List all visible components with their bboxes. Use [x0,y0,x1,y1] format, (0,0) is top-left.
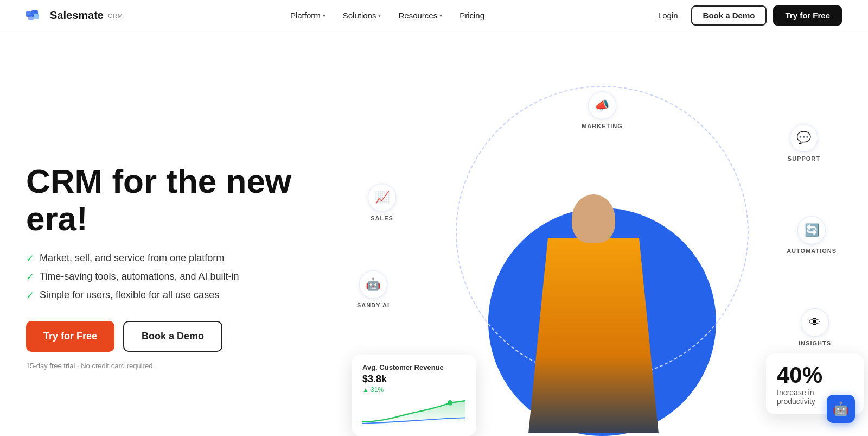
try-free-button-hero[interactable]: Try for Free [26,321,114,352]
revenue-value: $3.8k [362,374,465,385]
nav-solutions[interactable]: Solutions ▾ [343,11,381,20]
person-body [528,238,659,433]
feature-node-marketing: 📣 MARKETING [582,91,623,129]
hero-title: CRM for the new era! [26,163,341,237]
sales-icon: 📈 [368,184,396,212]
logo-text: Salesmate [50,9,104,22]
revenue-chart [362,398,465,425]
check-icon-1: ✓ [26,252,34,264]
hero-section: CRM for the new era! ✓ Market, sell, and… [0,31,868,436]
hero-features: ✓ Market, sell, and service from one pla… [26,252,341,301]
logo-crm: CRM [108,12,123,19]
productivity-percent: 40% [777,362,853,388]
try-free-button-nav[interactable]: Try for Free [773,5,842,26]
feature-node-support: 💬 SUPPORT [788,124,820,162]
nav-links: Platform ▾ Solutions ▾ Resources ▾ Prici… [290,11,484,20]
revenue-title: Avg. Customer Revenue [362,363,465,371]
feature-node-automations-label: AUTOMATIONS [787,248,837,254]
insights-icon: 👁 [801,308,829,337]
navbar: Salesmate CRM Platform ▾ Solutions ▾ Res… [0,0,868,31]
svg-point-4 [448,400,453,406]
book-demo-button-hero[interactable]: Book a Demo [123,321,222,352]
support-icon: 💬 [790,124,818,152]
chat-widget-icon: 🤖 [833,401,849,416]
nav-pricing[interactable]: Pricing [459,11,484,20]
feature-node-sales: 📈 SALES [368,184,396,222]
automations-icon: 🔄 [797,216,826,244]
feature-node-automations: 🔄 AUTOMATIONS [787,216,837,254]
svg-rect-3 [34,14,39,19]
feature-item-3: ✓ Simple for users, flexible for all use… [26,289,341,301]
check-icon-3: ✓ [26,289,34,301]
marketing-icon: 📣 [588,91,616,119]
nav-actions: Login Book a Demo Try for Free [652,5,842,26]
nav-platform[interactable]: Platform ▾ [290,11,326,20]
check-icon-2: ✓ [26,271,34,283]
feature-node-sales-label: SALES [371,215,393,222]
stat-card-revenue: Avg. Customer Revenue $3.8k ▲ 31% [352,355,476,436]
login-button[interactable]: Login [652,7,685,24]
chat-widget[interactable]: 🤖 [827,395,855,423]
hero-left: CRM for the new era! ✓ Market, sell, and… [26,163,341,369]
person-head [572,194,615,243]
feature-node-sandy-ai: 🤖 SANDY AI [357,270,390,308]
sandy-ai-icon: 🤖 [359,270,387,299]
feature-node-support-label: SUPPORT [788,155,820,162]
feature-node-marketing-label: MARKETING [582,123,623,129]
hero-right: 📣 MARKETING 💬 SUPPORT 📈 SALES 🔄 AUTOMATI… [362,64,842,436]
feature-node-insights: 👁 INSIGHTS [799,308,831,346]
feature-item-1: ✓ Market, sell, and service from one pla… [26,252,341,264]
hero-note: 15-day free trial · No credit card requi… [26,362,341,370]
feature-item-2: ✓ Time-saving tools, automations, and AI… [26,271,341,283]
chevron-down-icon: ▾ [378,12,381,18]
hero-buttons: Try for Free Book a Demo [26,321,341,352]
hero-person [507,194,680,436]
logo-link[interactable]: Salesmate CRM [26,9,123,22]
revenue-change: ▲ 31% [362,386,465,394]
chevron-down-icon: ▾ [323,12,326,18]
nav-resources[interactable]: Resources ▾ [398,11,442,20]
book-demo-button-nav[interactable]: Book a Demo [691,5,767,26]
feature-node-sandy-label: SANDY AI [357,302,390,308]
feature-node-insights-label: INSIGHTS [799,340,831,346]
logo-icon [26,9,46,22]
chevron-down-icon: ▾ [439,12,442,18]
